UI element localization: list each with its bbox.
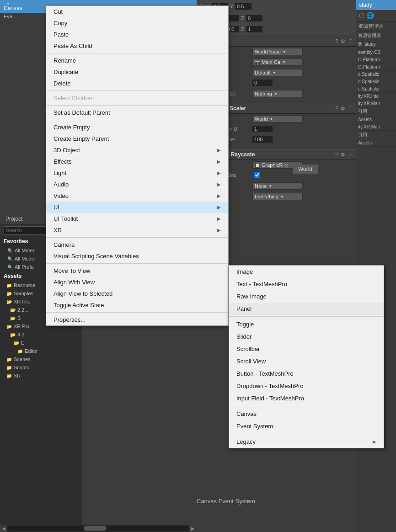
folder-icon-11: 📁: [6, 365, 12, 370]
submenu-item-legacy[interactable]: Legacy▶: [229, 436, 384, 448]
sorting-layer-dropdown[interactable]: Default▼: [252, 69, 303, 76]
scenes-folder[interactable]: 📁 Scenes: [0, 355, 82, 363]
submenu-item-button-tmp[interactable]: Button - TextMeshPro: [229, 367, 384, 380]
menu-item-align-view-to-selected[interactable]: Align View to Selected: [46, 288, 228, 299]
folder-icon-9: 📁: [17, 349, 23, 354]
blocking-objects-dropdown[interactable]: None▼: [252, 182, 303, 190]
menu-item-video[interactable]: Video▶: [46, 190, 228, 202]
menu-item-align-with-view[interactable]: Align With View: [46, 277, 228, 288]
blocking-mask-dropdown[interactable]: Everything▼: [252, 193, 303, 200]
menu-item-light[interactable]: Light▶: [46, 167, 228, 179]
canvas-help-icon[interactable]: ?: [335, 38, 338, 44]
submenu-item-panel[interactable]: Panel: [229, 303, 384, 315]
ref-pixels-input[interactable]: [252, 136, 273, 143]
visual-studio-icon[interactable]: ⬡: [359, 12, 364, 19]
menu-item-duplicate[interactable]: Duplicate: [46, 66, 228, 78]
menu-item-camera[interactable]: Camera: [46, 239, 228, 250]
submenu-item-raw-image[interactable]: Raw Image: [229, 290, 384, 303]
cn-assembly: sembly-CS: [356, 49, 396, 56]
menu-item-create-empty-parent[interactable]: Create Empty Parent: [46, 133, 228, 144]
render-mode-dropdown[interactable]: World Spac▼: [252, 48, 303, 55]
globe-icon[interactable]: 🌐: [366, 12, 374, 19]
canvas-more-icon[interactable]: ⋮: [348, 38, 353, 44]
cn-xr-man2: ity.XR.Man: [356, 123, 396, 131]
submenu-item-slider[interactable]: Slider: [229, 330, 384, 343]
menu-item-xr[interactable]: XR▶: [46, 224, 228, 236]
row3-z[interactable]: [246, 26, 262, 32]
event-camera-dropdown[interactable]: 📷 Main Ca▼: [252, 59, 303, 66]
reversed-checkbox[interactable]: [254, 172, 260, 178]
menu-separator: [46, 90, 228, 91]
menu-item-properties[interactable]: Properties...: [46, 314, 228, 325]
menu-item-audio[interactable]: Audio▶: [46, 179, 228, 190]
menu-item-paste[interactable]: Paste: [46, 29, 228, 40]
menu-separator: [46, 120, 228, 120]
submenu-item-scrollbar[interactable]: Scrollbar: [229, 343, 384, 355]
menu-item-copy[interactable]: Copy: [46, 17, 228, 29]
menu-item-paste-as-child[interactable]: Paste As Child: [46, 40, 228, 52]
ui-submenu: ImageText - TextMeshProRaw ImagePanelTog…: [229, 265, 384, 448]
scrollbar-up-btn[interactable]: ◀: [0, 525, 7, 532]
main-context-menu: CutCopyPastePaste As ChildRenameDuplicat…: [46, 5, 229, 326]
menu-item-move-to-view[interactable]: Move To View: [46, 265, 228, 277]
submenu-item-input-field-tmp[interactable]: Input Field - TextMeshPro: [229, 392, 384, 404]
raycaster-settings-icon[interactable]: ⚙: [341, 152, 345, 158]
shader-dropdown[interactable]: Nothing▼: [252, 90, 303, 97]
menu-item-toggle-active-state[interactable]: Toggle Active State: [46, 299, 228, 311]
hierarchy-canvas-item[interactable]: Canvas: [0, 4, 46, 13]
raycaster-help-icon[interactable]: ?: [335, 152, 338, 157]
scripts-folder[interactable]: 📁 Scripts: [0, 363, 82, 372]
cn-xr-man1: ity.XR.Man: [356, 100, 396, 107]
submenu-item-text-tmp[interactable]: Text - TextMeshPro: [229, 278, 384, 290]
submenu-item-toggle[interactable]: Toggle: [229, 318, 384, 330]
submenu-separator: [229, 434, 384, 434]
submenu-arrow-ui-toolkit: ▶: [217, 216, 221, 221]
editor-folder[interactable]: 📁 Editor: [0, 347, 82, 355]
scrollbar-track[interactable]: [7, 526, 189, 531]
pixels-per-unit-input[interactable]: [252, 126, 273, 132]
menu-item-visual-scripting[interactable]: Visual Scripting Scene Variables: [46, 250, 228, 262]
study-title: study: [356, 0, 396, 10]
submenu-arrow-audio: ▶: [217, 182, 221, 187]
submenu-item-scroll-view[interactable]: Scroll View: [229, 355, 384, 367]
submenu-item-dropdown-tmp[interactable]: Dropdown - TextMeshPro: [229, 380, 384, 392]
submenu-item-canvas[interactable]: Canvas: [229, 408, 384, 420]
scaler-more-icon[interactable]: ⋮: [348, 106, 353, 112]
menu-item-create-empty[interactable]: Create Empty: [46, 122, 228, 133]
order-in-layer-input[interactable]: [252, 80, 273, 86]
scrollbar-thumb[interactable]: [84, 526, 107, 531]
folder-icon-5: 📂: [10, 316, 16, 321]
xr-folder[interactable]: 📁 XR: [0, 372, 82, 380]
row2-z[interactable]: [246, 15, 262, 21]
menu-separator: [46, 312, 228, 313]
menu-item-cut[interactable]: Cut: [46, 6, 228, 17]
submenu-item-event-system[interactable]: Event System: [229, 420, 384, 432]
scaler-help-icon[interactable]: ?: [335, 106, 338, 111]
v42-folder[interactable]: 📂 4.2...: [0, 330, 82, 339]
menu-item-rename[interactable]: Rename: [46, 55, 228, 66]
menu-item-ui-toolkit[interactable]: UI Toolkit▶: [46, 213, 228, 224]
search-icon-3: 🔍: [7, 265, 13, 270]
folder-icon-12: 📁: [6, 373, 12, 378]
menu-item-3d-object[interactable]: 3D Object▶: [46, 144, 228, 156]
menu-item-delete[interactable]: Delete: [46, 78, 228, 89]
menu-separator: [46, 53, 228, 53]
hierarchy-eve-item[interactable]: Eve...: [4, 14, 16, 19]
world-badge: World: [293, 165, 318, 174]
vs-icon-area[interactable]: ⬡ 🌐: [356, 10, 396, 21]
scale-mode-dropdown[interactable]: World▼: [252, 115, 303, 122]
raycaster-more-icon[interactable]: ⋮: [348, 152, 353, 158]
scrollbar-down-btn[interactable]: ▶: [189, 525, 197, 532]
piv-y-input[interactable]: [235, 3, 252, 10]
cn-resource-manager[interactable]: 资源管理器: [356, 21, 396, 32]
e-folder[interactable]: 📂 E: [0, 339, 82, 347]
bottom-scrollbar[interactable]: ◀ ▶: [0, 525, 197, 532]
menu-item-ui[interactable]: UI▶: [46, 202, 228, 213]
menu-item-effects[interactable]: Effects▶: [46, 156, 228, 167]
menu-item-set-default-parent[interactable]: Set as Default Parent: [46, 107, 228, 118]
submenu-arrow-effects: ▶: [217, 159, 221, 164]
row2-z-label: Z: [241, 16, 244, 21]
submenu-item-image[interactable]: Image: [229, 266, 384, 278]
scaler-settings-icon[interactable]: ⚙: [341, 106, 345, 112]
canvas-settings-icon[interactable]: ⚙: [341, 38, 345, 44]
